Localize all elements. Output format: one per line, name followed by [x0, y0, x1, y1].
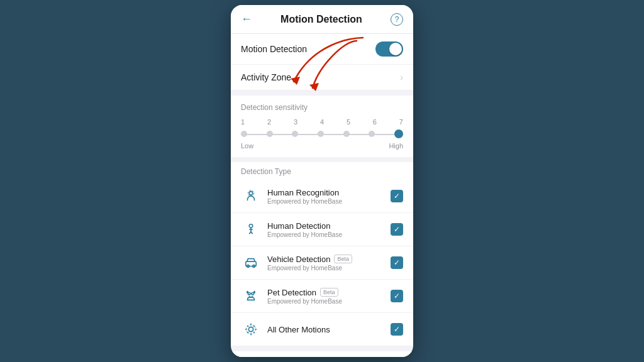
motion-detection-toggle[interactable] — [375, 41, 403, 57]
toggle-knob — [389, 43, 402, 55]
activity-zone-label: Activity Zone — [241, 72, 291, 82]
sensitivity-section: Detection sensitivity 1 2 3 4 5 6 7 — [231, 96, 413, 157]
all-motions-checkbox[interactable]: ✓ — [391, 323, 403, 336]
all-motions-icon — [241, 319, 261, 339]
page-title: Motion Detection — [280, 14, 362, 25]
svg-point-8 — [248, 293, 250, 295]
human-detection-checkbox[interactable]: ✓ — [391, 223, 403, 236]
slider-dots — [241, 131, 403, 138]
activity-zone-row[interactable]: Activity Zone › — [231, 65, 413, 90]
human-recognition-row[interactable]: Human Recognition Empowered by HomeBase … — [231, 180, 413, 213]
activity-zone-chevron: › — [400, 72, 403, 82]
all-motions-name: All Other Motions — [267, 325, 391, 334]
dot-6 — [369, 131, 375, 137]
dot-2 — [267, 131, 273, 137]
slider-track[interactable] — [241, 129, 403, 140]
human-recognition-icon — [241, 186, 261, 206]
detection-type-title: Detection Type — [231, 162, 413, 180]
dot-1 — [241, 131, 247, 137]
sensitivity-label: Detection sensitivity — [241, 103, 403, 112]
pet-detection-name: Pet Detection Beta — [267, 288, 391, 297]
svg-point-2 — [249, 192, 253, 195]
vehicle-detection-row[interactable]: Vehicle Detection Beta Empowered by Home… — [231, 246, 413, 280]
pet-detection-row[interactable]: Pet Detection Beta Empowered by HomeBase… — [231, 280, 413, 313]
main-content: Motion Detection Activity Zone › Detecti… — [231, 34, 413, 357]
vehicle-detection-text: Vehicle Detection Beta Empowered by Home… — [267, 255, 391, 272]
human-recognition-text: Human Recognition Empowered by HomeBase — [267, 188, 391, 205]
vehicle-detection-checkbox[interactable]: ✓ — [391, 256, 403, 269]
slider-numbers: 1 2 3 4 5 6 7 — [241, 118, 403, 126]
dot-5 — [343, 131, 350, 137]
vehicle-detection-name: Vehicle Detection Beta — [267, 255, 391, 264]
vehicle-detection-sub: Empowered by HomeBase — [267, 265, 391, 272]
vehicle-beta-badge: Beta — [334, 255, 352, 263]
slider-labels: Low High — [241, 142, 403, 150]
human-detection-sub: Empowered by HomeBase — [267, 231, 391, 238]
detection-type-section: Detection Type Human Recognition Empow — [231, 162, 413, 346]
dot-3 — [292, 131, 298, 137]
pet-detection-sub: Empowered by HomeBase — [267, 298, 391, 305]
pet-detection-text: Pet Detection Beta Empowered by HomeBase — [267, 288, 391, 305]
high-label: High — [389, 142, 403, 150]
low-label: Low — [241, 142, 253, 150]
all-motions-text: All Other Motions — [267, 325, 391, 334]
motion-test-row[interactable]: Motion Test Mode › — [231, 351, 413, 357]
human-recognition-checkbox[interactable]: ✓ — [391, 190, 403, 202]
human-recognition-sub: Empowered by HomeBase — [267, 198, 391, 205]
human-detection-row[interactable]: Human Detection Empowered by HomeBase ✓ — [231, 213, 413, 246]
pet-beta-badge: Beta — [320, 288, 338, 297]
pet-detection-icon — [241, 286, 261, 306]
svg-point-10 — [248, 327, 253, 331]
motion-detection-label: Motion Detection — [241, 44, 307, 54]
human-detection-text: Human Detection Empowered by HomeBase — [267, 221, 391, 238]
human-detection-icon — [241, 219, 261, 239]
svg-point-9 — [252, 293, 254, 295]
all-motions-row[interactable]: All Other Motions ✓ — [231, 313, 413, 346]
dot-4 — [318, 131, 324, 137]
motion-detection-row: Motion Detection — [231, 34, 413, 65]
back-button[interactable]: ← — [241, 13, 252, 26]
phone-container: ← Motion Detection ? Motion Detection Ac… — [231, 5, 413, 357]
pet-detection-checkbox[interactable]: ✓ — [391, 290, 403, 302]
app-header: ← Motion Detection ? — [231, 5, 413, 34]
help-button[interactable]: ? — [391, 13, 403, 26]
dot-7 — [394, 129, 403, 138]
human-detection-name: Human Detection — [267, 221, 391, 231]
human-recognition-name: Human Recognition — [267, 188, 391, 197]
svg-point-4 — [249, 224, 253, 228]
vehicle-detection-icon — [241, 253, 261, 273]
